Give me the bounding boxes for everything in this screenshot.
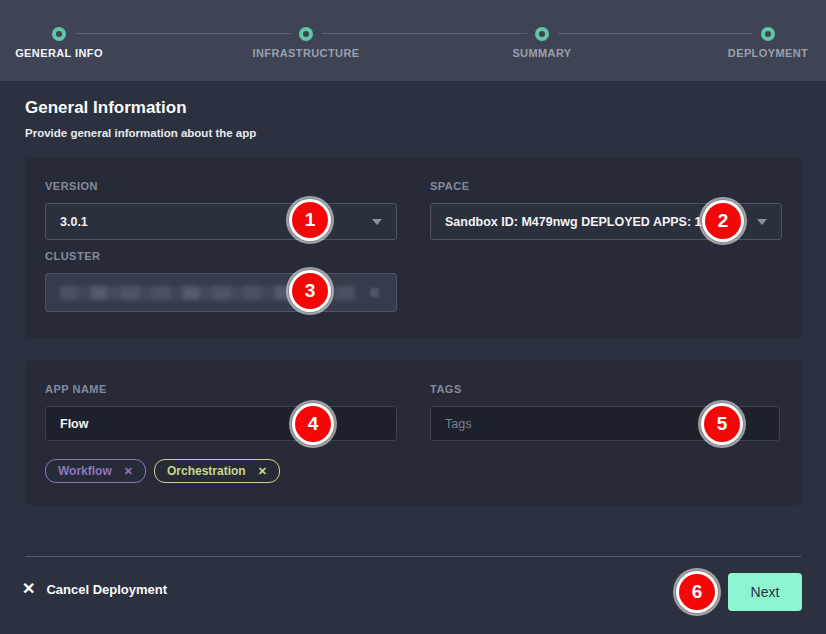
redacted-cluster-fragment bbox=[370, 288, 379, 297]
annotation-badge-6: 6 bbox=[679, 574, 715, 610]
tags-label: TAGS bbox=[430, 383, 462, 395]
chevron-down-icon bbox=[757, 219, 767, 225]
step-deployment[interactable]: DEPLOYMENT bbox=[698, 27, 826, 59]
step-general-info[interactable]: GENERAL INFO bbox=[0, 27, 129, 59]
annotation-badge-4: 4 bbox=[295, 406, 331, 442]
cancel-deployment-button[interactable]: ✕ Cancel Deployment bbox=[22, 581, 167, 597]
tag-chip-orchestration[interactable]: Orchestration ✕ bbox=[154, 459, 280, 483]
tag-chip-workflow[interactable]: Workflow ✕ bbox=[45, 459, 146, 483]
step-summary[interactable]: SUMMARY bbox=[472, 27, 612, 59]
space-label: SPACE bbox=[430, 180, 470, 192]
annotation-badge-3: 3 bbox=[292, 273, 328, 309]
version-label: VERSION bbox=[45, 180, 98, 192]
version-select[interactable]: 3.0.1 bbox=[45, 203, 397, 240]
step-dot-icon bbox=[52, 27, 66, 41]
step-label: GENERAL INFO bbox=[15, 47, 103, 59]
annotation-badge-2: 2 bbox=[705, 203, 741, 239]
chevron-down-icon bbox=[372, 219, 382, 225]
tag-chip-list: Workflow ✕ Orchestration ✕ bbox=[45, 459, 280, 483]
next-button[interactable]: Next bbox=[728, 573, 802, 611]
page-subtitle: Provide general information about the ap… bbox=[25, 127, 256, 139]
app-name-input[interactable] bbox=[45, 406, 397, 441]
step-dot-icon bbox=[299, 27, 313, 41]
step-dot-icon bbox=[761, 27, 775, 41]
cluster-label: CLUSTER bbox=[45, 250, 100, 262]
step-dot-icon bbox=[535, 27, 549, 41]
step-label: DEPLOYMENT bbox=[728, 47, 808, 59]
footer-divider bbox=[25, 556, 801, 557]
wizard-stepper: GENERAL INFO INFRASTRUCTURE SUMMARY DEPL… bbox=[0, 0, 826, 81]
tag-chip-label: Orchestration bbox=[167, 464, 246, 478]
app-name-label: APP NAME bbox=[45, 383, 107, 395]
space-value: Sandbox ID: M479nwg DEPLOYED APPS: 10 bbox=[445, 215, 708, 229]
version-value: 3.0.1 bbox=[60, 215, 88, 229]
page-title: General Information bbox=[25, 98, 187, 118]
annotation-badge-1: 1 bbox=[292, 202, 328, 238]
step-label: INFRASTRUCTURE bbox=[252, 47, 359, 59]
app-identity-card: APP NAME TAGS Workflow ✕ Orchestration ✕ bbox=[25, 360, 802, 505]
step-label: SUMMARY bbox=[512, 47, 571, 59]
step-infrastructure[interactable]: INFRASTRUCTURE bbox=[236, 27, 376, 59]
general-settings-card: VERSION 3.0.1 SPACE Sandbox ID: M479nwg … bbox=[25, 158, 802, 338]
cluster-field bbox=[45, 273, 397, 312]
remove-tag-icon[interactable]: ✕ bbox=[258, 465, 267, 478]
tag-chip-label: Workflow bbox=[58, 464, 112, 478]
annotation-badge-5: 5 bbox=[704, 406, 740, 442]
close-icon: ✕ bbox=[22, 581, 35, 597]
cancel-deployment-label: Cancel Deployment bbox=[46, 582, 167, 597]
remove-tag-icon[interactable]: ✕ bbox=[124, 465, 133, 478]
